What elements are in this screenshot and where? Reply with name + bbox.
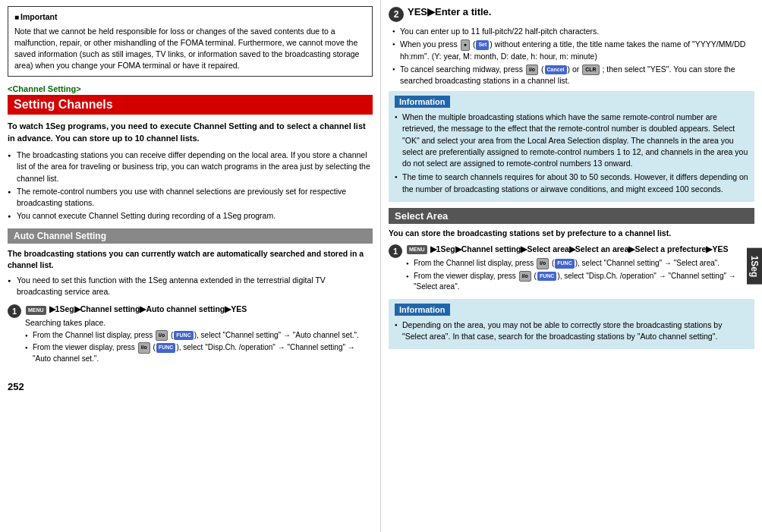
step2-number: 2	[389, 7, 404, 22]
step2-title: YES▶Enter a title.	[408, 6, 491, 19]
info-box-1-content: When the multiple broadcasting stations …	[395, 112, 748, 195]
func-icon2: i/o	[138, 342, 150, 353]
intro-bold: To watch 1Seg programs, you need to exec…	[8, 121, 373, 145]
func-label2: FUNC	[156, 343, 175, 352]
select-area-sub-bullet: From the Channel list display, press i/o…	[406, 258, 754, 269]
step1-sub-bullet: From the viewer display, press i/o (FUNC…	[25, 342, 373, 364]
important-title: Important	[14, 11, 366, 24]
step1-row: 1 MENU ▶1Seg▶Channel setting▶Auto channe…	[8, 304, 373, 366]
channel-setting-label: <Channel Setting>	[8, 84, 373, 93]
section-heading-bar: Setting Channels	[8, 95, 373, 115]
select-area-sub-bullet: From the viewer display, press i/o (FUNC…	[406, 271, 754, 293]
step1-text: MENU ▶1Seg▶Channel setting▶Auto channel …	[25, 304, 373, 315]
select-area-intro: You can store the broadcasting stations …	[389, 228, 754, 239]
info-box-1-title: Information	[395, 96, 450, 108]
step1-sub-bullets: From the Channel list display, press i/o…	[25, 330, 373, 365]
cancel-label: Cancel	[545, 65, 567, 74]
set-label: Set	[476, 40, 489, 49]
info-box-2-bullet: Depending on the area, you may not be ab…	[395, 320, 748, 342]
select-area-step1-number: 1	[389, 244, 402, 258]
step2-bullet: You can enter up to 11 full-pitch/22 hal…	[392, 26, 754, 37]
auto-channel-bullet-list: You need to set this function with the 1…	[8, 275, 373, 297]
step1-number: 1	[8, 304, 21, 318]
searching-text: Searching takes place.	[25, 318, 373, 327]
select-area-step1-label: ▶1Seg▶Channel setting▶Select area▶Select…	[430, 244, 729, 253]
func-icon: i/o	[156, 330, 168, 341]
select-area-bar: Select Area	[389, 208, 754, 224]
menu-icon-2: MENU	[407, 245, 427, 254]
func-label3: FUNC	[555, 259, 574, 268]
info-box-2-content: Depending on the area, you may not be ab…	[395, 320, 748, 342]
select-area-step1-row: 1 MENU ▶1Seg▶Channel setting▶Select area…	[389, 244, 754, 294]
auto-channel-intro: The broadcasting stations you can curren…	[8, 248, 373, 271]
bullet-item: You cannot execute Channel Setting durin…	[8, 210, 373, 222]
func-label: FUNC	[174, 331, 193, 340]
important-body: Note that we cannot be held responsible …	[14, 26, 366, 72]
step1-content: MENU ▶1Seg▶Channel setting▶Auto channel …	[25, 304, 373, 366]
menu-icon: MENU	[26, 306, 46, 315]
step2-bullet: To cancel searching midway, press i/o (C…	[392, 64, 754, 87]
info-box-1-bullet: When the multiple broadcasting stations …	[395, 112, 748, 169]
select-area-step1-sub-bullets: From the Channel list display, press i/o…	[406, 258, 754, 293]
select-area-step1-text: MENU ▶1Seg▶Channel setting▶Select area▶S…	[406, 244, 754, 255]
info-box-1-bullet: The time to search channels requires for…	[395, 172, 748, 194]
step2-bullets: You can enter up to 11 full-pitch/22 hal…	[392, 26, 754, 87]
step1-sub-bullet: From the Channel list display, press i/o…	[25, 330, 373, 342]
func-icon3: i/o	[537, 258, 549, 269]
func-label4: FUNC	[537, 272, 556, 281]
func-icon4: i/o	[519, 271, 531, 282]
cancel-icon: i/o	[526, 65, 538, 75]
step2-bullet: When you press ● (Set) without entering …	[392, 39, 754, 62]
left-column: Important Note that we cannot be held re…	[0, 0, 381, 532]
info-box-2: Information Depending on the area, you m…	[389, 299, 754, 349]
bullet-item: The remote-control numbers you use with …	[8, 186, 373, 209]
channel-setting-bullets: The broadcasting stations you can receiv…	[8, 150, 373, 222]
step1-label: ▶1Seg▶Channel setting▶Auto channel setti…	[49, 304, 247, 313]
bullet-item: The broadcasting stations you can receiv…	[8, 150, 373, 184]
auto-channel-bullet: You need to set this function with the 1…	[8, 275, 373, 297]
clr-icon: CLR	[582, 65, 599, 75]
select-area-step1-content: MENU ▶1Seg▶Channel setting▶Select area▶S…	[406, 244, 754, 294]
right-column: 1Seg 2 YES▶Enter a title. You can enter …	[381, 0, 762, 532]
auto-channel-setting-bar: Auto Channel Setting	[8, 228, 373, 244]
important-box: Important Note that we cannot be held re…	[8, 6, 373, 77]
info-box-2-title: Information	[395, 304, 450, 316]
step2-header: 2 YES▶Enter a title.	[389, 6, 754, 22]
info-box-1: Information When the multiple broadcasti…	[389, 91, 754, 202]
page-number: 252	[8, 381, 373, 392]
circle-icon: ●	[461, 39, 470, 50]
